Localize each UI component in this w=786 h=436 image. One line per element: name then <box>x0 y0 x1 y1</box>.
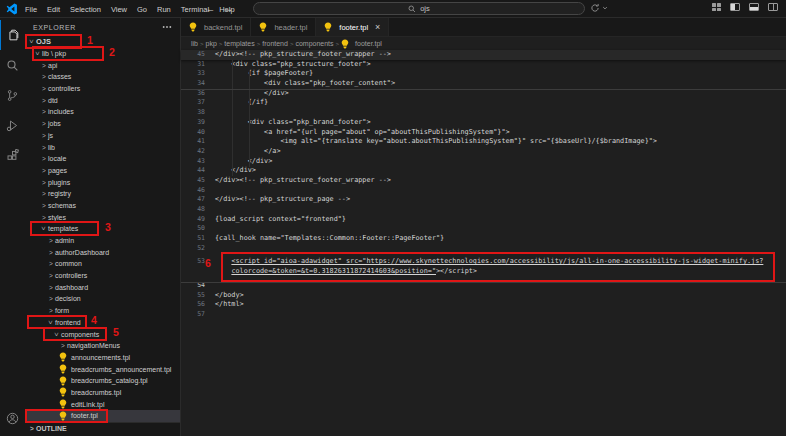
tab-backend-tpl[interactable]: backend.tpl <box>181 18 251 36</box>
tab-header-tpl[interactable]: header.tpl <box>251 18 316 36</box>
toggle-sidebar-icon[interactable] <box>730 3 740 11</box>
line-number[interactable]: 57 <box>181 310 205 320</box>
line-number[interactable]: 39 <box>181 118 205 128</box>
tree-item-authorDashboard[interactable]: authorDashboard <box>25 246 180 258</box>
line-number[interactable]: 56 <box>181 300 205 310</box>
search-sidebar-icon[interactable] <box>0 50 25 80</box>
tab-footer-tpl[interactable]: footer.tpl <box>316 18 389 36</box>
line-number[interactable]: 52 <box>181 244 205 254</box>
line-number[interactable]: 37 <box>181 98 205 108</box>
line-number[interactable]: 48 <box>181 205 205 215</box>
tree-item-pages[interactable]: pages <box>25 165 180 177</box>
code-line[interactable]: 37 {/if} <box>181 98 786 108</box>
breadcrumb-lib[interactable]: lib <box>189 40 200 47</box>
customize-layout-icon[interactable] <box>712 3 721 11</box>
tree-item-classes[interactable]: classes <box>25 71 180 83</box>
forward-arrow-icon[interactable]: → <box>224 4 233 14</box>
code-line[interactable]: 46 <box>181 186 786 196</box>
line-number[interactable]: 36 <box>181 89 205 99</box>
line-number[interactable]: 50 <box>181 224 205 234</box>
tree-file-footer[interactable]: footer.tpl <box>25 410 180 422</box>
tree-item-lib[interactable]: lib <box>25 141 180 153</box>
tree-file-editLink[interactable]: editLink.tpl <box>25 398 180 410</box>
tree-item-components[interactable]: components <box>25 328 180 340</box>
code-line[interactable]: 34 <div class="pkp_footer_content"> <box>181 79 786 89</box>
line-number[interactable]: 45 <box>181 176 205 186</box>
line-number[interactable]: 43 <box>181 157 205 167</box>
tree-item-controllers[interactable]: controllers <box>25 83 180 95</box>
line-number[interactable]: 49 <box>181 215 205 225</box>
tree-item-common[interactable]: common <box>25 258 180 270</box>
code-line[interactable]: 50 <box>181 224 786 234</box>
tree-item-dtd[interactable]: dtd <box>25 94 180 106</box>
tree-item-form[interactable]: form <box>25 305 180 317</box>
breadcrumb-frontend[interactable]: frontend <box>260 40 290 47</box>
tree-item-locale[interactable]: locale <box>25 153 180 165</box>
code-area[interactable]: 45</div><!-- pkp_structure_footer_wrappe… <box>181 50 786 436</box>
code-line[interactable]: 41 <img alt="{translate key="about.about… <box>181 137 786 147</box>
code-line-accessibility-script[interactable]: 53 <script id="aioa-adawidget" src="http… <box>181 257 786 267</box>
code-line[interactable]: 45</div><!-- pkp_structure_footer_wrappe… <box>181 50 786 60</box>
line-number[interactable]: 44 <box>181 166 205 176</box>
explorer-icon[interactable] <box>0 20 25 50</box>
tree-item-includes[interactable]: includes <box>25 106 180 118</box>
close-icon[interactable] <box>371 22 380 32</box>
extensions-icon[interactable] <box>0 140 25 170</box>
code-line[interactable]: 49{load_script context="frontend"} <box>181 215 786 225</box>
line-number[interactable]: 41 <box>181 137 205 147</box>
code-line[interactable]: 51{call_hook name="Templates::Common::Fo… <box>181 234 786 244</box>
line-number[interactable] <box>181 267 205 277</box>
code-line-accessibility-script-wrap[interactable]: colorcode=&token=&t=0.31826311872414603&… <box>181 267 786 277</box>
toggle-panel-icon[interactable] <box>749 3 759 11</box>
breadcrumb-components[interactable]: components <box>293 40 335 47</box>
tree-item-templates[interactable]: templates <box>25 223 180 235</box>
code-line[interactable]: 44 </div> <box>181 166 786 176</box>
menu-selection[interactable]: Selection <box>65 5 106 14</box>
menu-edit[interactable]: Edit <box>42 5 65 14</box>
tree-item-decision[interactable]: decision <box>25 293 180 305</box>
tree-file-breadcrumbs[interactable]: breadcrumbs.tpl <box>25 387 180 399</box>
code-line[interactable]: 39 <div class="pkp_brand_footer"> <box>181 118 786 128</box>
tree-root-ojs[interactable]: OJS <box>25 36 180 48</box>
tree-item-frontend[interactable]: frontend <box>25 317 180 329</box>
command-search-box[interactable]: ojs <box>253 2 585 15</box>
line-number[interactable]: 33 <box>181 69 205 79</box>
code-line[interactable]: 40 <a href="{url page="about" op="aboutT… <box>181 128 786 138</box>
toggle-secondary-sidebar-icon[interactable] <box>768 3 778 11</box>
menu-view[interactable]: View <box>106 5 132 14</box>
outline-section[interactable]: OUTLINE <box>25 422 180 435</box>
code-line[interactable]: 56</html> <box>181 300 786 310</box>
code-line[interactable]: 48 <box>181 205 786 215</box>
line-number[interactable]: 42 <box>181 147 205 157</box>
source-control-icon[interactable] <box>0 80 25 110</box>
breadcrumb-pkp[interactable]: pkp <box>204 40 219 47</box>
code-line[interactable]: 43 </div> <box>181 157 786 167</box>
tree-item-schemas[interactable]: schemas <box>25 200 180 212</box>
menu-run[interactable]: Run <box>152 5 176 14</box>
code-line[interactable]: 47</div><!-- pkp_structure_page --> <box>181 195 786 205</box>
tree-item-jobs[interactable]: jobs <box>25 118 180 130</box>
line-number[interactable]: 34 <box>181 79 205 89</box>
menu-go[interactable]: Go <box>132 5 152 14</box>
tree-item-api[interactable]: api <box>25 59 180 71</box>
code-line[interactable]: 38 <box>181 108 786 118</box>
back-arrow-icon[interactable]: ← <box>206 4 215 14</box>
tree-file-breadcrumbs-announcement[interactable]: breadcrumbs_announcement.tpl <box>25 363 180 375</box>
code-line[interactable]: 31 <div class="pkp_structure_footer"> <box>181 60 786 70</box>
tree-item-dashboard[interactable]: dashboard <box>25 281 180 293</box>
line-number[interactable]: 47 <box>181 195 205 205</box>
line-number[interactable]: 40 <box>181 128 205 138</box>
code-line[interactable]: 57 <box>181 310 786 320</box>
sync-dropdown[interactable] <box>590 3 608 13</box>
code-line[interactable]: 55</body> <box>181 291 786 301</box>
tree-item-navigationMenus[interactable]: navigationMenus <box>25 340 180 352</box>
breadcrumb-footer-tpl[interactable]: footer.tpl <box>339 39 384 49</box>
tree-item-plugins[interactable]: plugins <box>25 176 180 188</box>
more-actions-icon[interactable] <box>162 25 172 29</box>
tree-item-registry[interactable]: registry <box>25 188 180 200</box>
menu-file[interactable]: File <box>20 5 42 14</box>
line-number[interactable]: 53 <box>181 257 205 267</box>
line-number[interactable]: 38 <box>181 108 205 118</box>
code-line[interactable]: 33 {if $pageFooter} <box>181 69 786 79</box>
tree-file-breadcrumbs-catalog[interactable]: breadcrumbs_catalog.tpl <box>25 375 180 387</box>
